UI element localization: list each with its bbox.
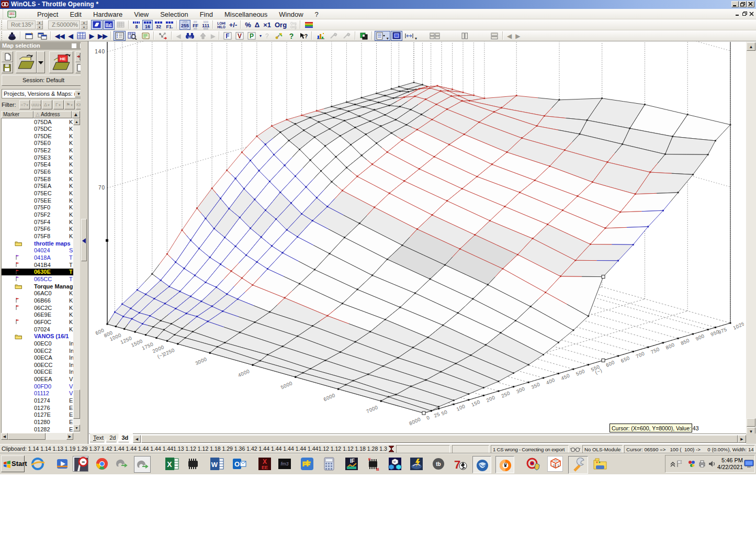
map-row[interactable]: 065CCT [2, 275, 73, 283]
column-header-marker[interactable]: Marker [1, 111, 33, 118]
help-button[interactable]: ? [286, 31, 297, 41]
map-row[interactable]: 075ECK [2, 190, 73, 197]
letter-p-dropdown-button[interactable]: ▾ [258, 31, 263, 41]
window-titlebar[interactable]: WinOLS - Throttle Opening * [0, 0, 756, 9]
search-table-button[interactable] [126, 31, 139, 41]
taskbar-icon-winols-active[interactable]: ∞ [73, 456, 89, 473]
view-grid-button[interactable] [115, 20, 127, 30]
toolbar1-grip[interactable] [1, 20, 5, 29]
map-row[interactable]: 06F0CK [2, 318, 73, 326]
map-row[interactable]: 04024S [2, 247, 73, 254]
menu-[interactable]: ? [309, 9, 324, 19]
pane-right-button[interactable]: ▶ [514, 31, 522, 41]
new-project-button[interactable] [2, 51, 13, 62]
map-row[interactable]: 01282E [2, 426, 73, 433]
letter-v-button[interactable]: V [234, 31, 245, 41]
filter-equals-button[interactable]: =?▼ [19, 100, 30, 109]
menu-grip[interactable] [0, 9, 3, 19]
minimize-button[interactable] [731, 1, 739, 7]
map-row[interactable]: 01280E [2, 419, 73, 426]
pane-left-button[interactable]: ◀ [505, 31, 513, 41]
map-selection-list-button[interactable] [114, 31, 126, 41]
split-vertical-button[interactable] [458, 31, 471, 41]
map-row[interactable]: 00EC0In [2, 340, 73, 347]
scroll-up-button[interactable]: ▲ [73, 118, 80, 125]
menu-project[interactable]: Project [31, 9, 64, 19]
col-width-button[interactable]: ▾ [403, 31, 419, 41]
map-row[interactable]: 075F0K [2, 204, 73, 212]
tab-2d[interactable]: 2d [106, 433, 120, 442]
delta-button[interactable]: Δ [253, 20, 261, 30]
mdi-restore-button[interactable] [741, 12, 748, 17]
taskbar-icon-cube-01[interactable]: 01 [547, 456, 564, 473]
taskbar-icon-chrome[interactable] [94, 456, 111, 473]
map-row[interactable]: 075DAK [2, 118, 73, 126]
script-list-button[interactable] [139, 31, 152, 41]
times1-button[interactable]: ×1 [262, 20, 273, 30]
map-row[interactable]: 075EAK [2, 183, 73, 190]
hardware-tools-button[interactable] [273, 31, 286, 41]
hscroll-thumb[interactable] [8, 433, 46, 440]
map-row[interactable]: 00EEAV [2, 376, 73, 383]
save-project-button[interactable] [2, 62, 13, 73]
taskbar-icon-chip-fb[interactable]: FB [365, 456, 382, 473]
taskbar-icon-calculator[interactable] [321, 456, 338, 473]
taskbar-icon-wrench-pressed[interactable] [568, 456, 585, 473]
map-row[interactable]: 06AC0K [2, 290, 73, 297]
map-row[interactable]: 06E9EK [2, 312, 73, 319]
tray-speaker-icon[interactable] [707, 460, 716, 470]
sign-button[interactable]: +/- [228, 20, 239, 30]
map-table-button[interactable] [75, 31, 87, 41]
map-row[interactable]: 075E0K [2, 140, 73, 147]
letter-f-button[interactable]: F [222, 31, 233, 41]
map-row[interactable]: 075E8K [2, 175, 73, 183]
map-row[interactable]: 06C2CK [2, 304, 73, 312]
letter-p-button[interactable]: P [246, 31, 257, 41]
open-project-dropdown[interactable] [37, 51, 45, 73]
width-f1-button[interactable]: F1. [164, 20, 175, 30]
tab-scroll-left[interactable]: ◀ [133, 435, 141, 443]
view-2d-bars-button[interactable] [103, 20, 115, 30]
taskbar-icon-xee-red[interactable]: XEE [257, 456, 274, 473]
filter-corner-button[interactable]: Γ▼ [53, 100, 64, 109]
map-folder-row[interactable]: throttle maps [2, 240, 73, 247]
tray-printer-icon[interactable] [698, 460, 706, 470]
tray-flag-icon[interactable] [676, 460, 684, 470]
colors-button[interactable] [303, 20, 315, 30]
map-folder-row[interactable]: Torque Manag [2, 283, 73, 290]
percent-button[interactable]: % [243, 20, 253, 30]
map-row[interactable]: 00EC2In [2, 347, 73, 354]
tab-3d[interactable]: 3d [118, 433, 133, 442]
map-row[interactable]: 075F6K [2, 226, 73, 233]
org-org-button[interactable]: OrgOrg [289, 20, 298, 30]
rotation-spinner[interactable]: ▲▼ [36, 20, 43, 29]
import-arrow-button[interactable] [197, 31, 209, 41]
projects-versions-maps-combo[interactable]: Projects, Versions & Maps: (Ctrl ▼ [2, 89, 84, 98]
taskbar-icon-pc-blue[interactable] [299, 456, 316, 473]
lohi-hilo-button[interactable]: LOHIHILO [216, 20, 227, 30]
taskbar-icon-avast-pressed[interactable] [495, 456, 512, 473]
map-row[interactable]: 00ECAIn [2, 354, 73, 362]
taskbar-icon-excel[interactable]: X [164, 456, 180, 473]
panel-splitter[interactable] [81, 41, 88, 444]
column-header-address[interactable]: △ Address [33, 111, 72, 118]
taskbar-icon-chip-black[interactable] [185, 456, 202, 473]
map-row[interactable]: 06B66K [2, 297, 73, 304]
back-button[interactable]: ◀ [174, 31, 182, 41]
map-vertical-scrollbar[interactable]: ▲ ▼ [746, 42, 756, 444]
context-help-button[interactable]: ? [297, 31, 310, 41]
map-row[interactable]: 00FD0V [2, 383, 73, 390]
prev-map-button[interactable]: ◀ [66, 31, 74, 41]
taskbar-icon-media-player[interactable] [54, 456, 71, 473]
taskbar-icon-evc-gray-pressed[interactable] [134, 456, 151, 473]
width-32-button[interactable]: 32 [153, 20, 164, 30]
map-row[interactable]: 0418AT [2, 254, 73, 261]
taskbar-icon-seven-ball[interactable]: 7 [453, 456, 469, 473]
map-row[interactable]: 075E2K [2, 147, 73, 154]
column-sort-button[interactable]: ▲ [72, 111, 80, 118]
toolbar2-grip[interactable] [1, 31, 5, 40]
start-button[interactable]: Start [1, 455, 25, 472]
map-row[interactable]: 075F2K [2, 212, 73, 219]
map-row[interactable]: 075DCK [2, 126, 73, 133]
tile-windows-button[interactable] [427, 31, 442, 41]
